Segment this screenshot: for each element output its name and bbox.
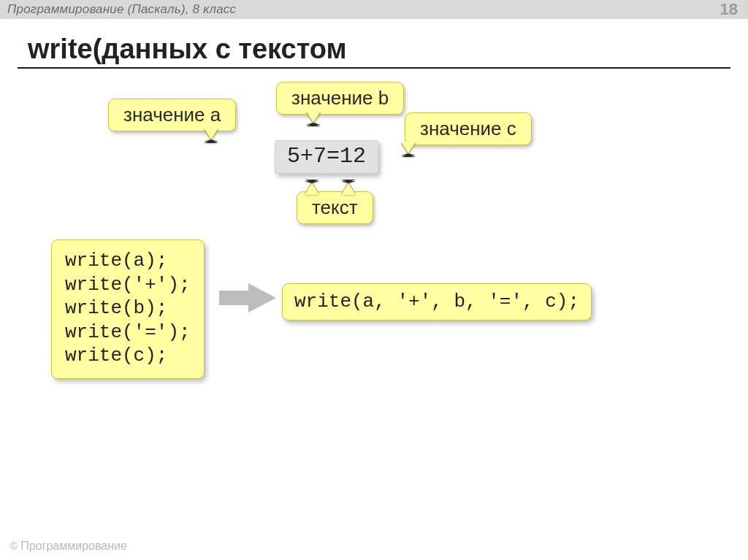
callout-value-b: значение b [276, 82, 404, 115]
svg-marker-0 [219, 283, 276, 312]
code-text: write(a, '+', b, '=', c); [294, 291, 579, 312]
code-panel-right: write(a, '+', b, '=', c); [282, 283, 592, 321]
callout-value-c: значение c [405, 112, 532, 145]
code-panel-left: write(a); write('+'); write(b); write('=… [51, 239, 205, 379]
footer: © Программирование [10, 540, 127, 553]
code-text: write(a); write('+'); write(b); write('=… [65, 250, 191, 367]
copyright-icon: © [10, 540, 18, 552]
callout-label: текст [312, 196, 358, 218]
callout-value-a: значение a [108, 99, 236, 131]
callout-label: значение b [291, 87, 389, 109]
title-rule [18, 67, 730, 69]
page-number: 18 [720, 0, 738, 19]
footer-text: Программирование [20, 540, 127, 553]
expression-box: 5+7=12 [275, 140, 378, 174]
callout-label: значение c [420, 118, 516, 139]
breadcrumb: Программирование (Паскаль), 8 класс [7, 2, 236, 17]
arrow-icon [219, 283, 278, 312]
expression-text: 5+7=12 [287, 144, 366, 169]
top-bar: Программирование (Паскаль), 8 класс 18 [0, 0, 748, 19]
callout-text: текст [297, 191, 373, 224]
page-title: write(данных с текстом [28, 34, 347, 65]
callout-label: значение a [123, 104, 221, 126]
slide: Программирование (Паскаль), 8 класс 18 w… [0, 0, 748, 560]
